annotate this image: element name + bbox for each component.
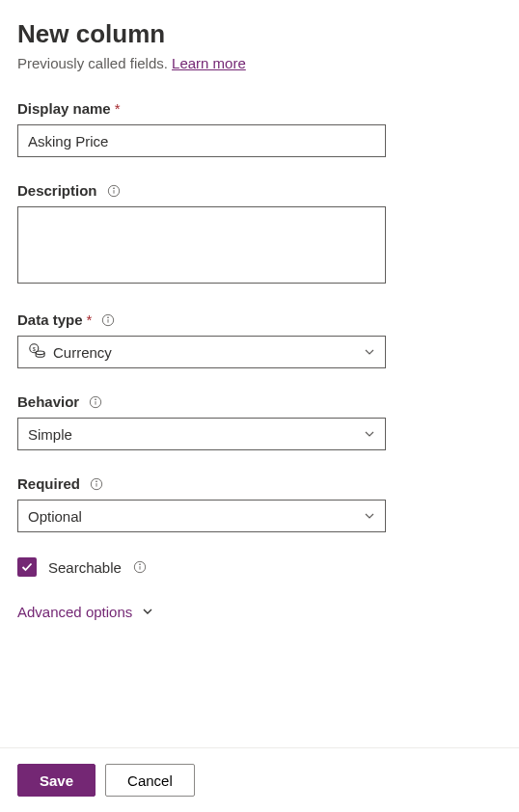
chevron-down-icon <box>142 604 153 620</box>
display-name-label: Display name <box>17 100 111 117</box>
panel-title: New column <box>17 19 502 49</box>
chevron-down-icon <box>364 426 375 443</box>
required-mark: * <box>87 311 93 328</box>
chevron-down-icon <box>364 344 375 361</box>
data-type-label: Data type <box>17 311 83 328</box>
svg-text:$: $ <box>33 345 36 351</box>
required-value: Optional <box>28 508 82 525</box>
save-button[interactable]: Save <box>17 764 96 797</box>
advanced-options-toggle[interactable]: Advanced options <box>17 604 153 620</box>
info-icon[interactable] <box>90 477 103 491</box>
required-select[interactable]: Optional <box>17 500 386 532</box>
data-type-select[interactable]: $ Currency <box>17 336 386 368</box>
footer: Save Cancel <box>0 747 519 812</box>
behavior-label: Behavior <box>17 393 79 410</box>
info-icon[interactable] <box>89 395 102 409</box>
required-mark: * <box>115 100 121 117</box>
behavior-select[interactable]: Simple <box>17 418 386 450</box>
info-icon[interactable] <box>107 184 121 198</box>
svg-point-8 <box>36 351 44 355</box>
description-label: Description <box>17 182 97 199</box>
info-icon[interactable] <box>133 560 147 574</box>
searchable-checkbox[interactable] <box>17 557 37 577</box>
required-label: Required <box>17 475 80 492</box>
currency-icon: $ <box>28 342 45 363</box>
learn-more-link[interactable]: Learn more <box>172 55 246 71</box>
description-input[interactable] <box>17 206 386 284</box>
display-name-input[interactable] <box>17 124 386 157</box>
svg-point-5 <box>108 316 109 317</box>
cancel-button[interactable]: Cancel <box>105 764 195 797</box>
panel-subtitle: Previously called fields. Learn more <box>17 55 502 71</box>
info-icon[interactable] <box>101 313 115 327</box>
advanced-options-label: Advanced options <box>17 604 132 620</box>
data-type-value: Currency <box>53 344 112 361</box>
behavior-value: Simple <box>28 426 72 443</box>
chevron-down-icon <box>364 508 375 525</box>
svg-point-17 <box>139 564 140 565</box>
svg-point-14 <box>96 480 97 481</box>
searchable-label: Searchable <box>48 559 122 576</box>
subtitle-text: Previously called fields. <box>17 55 172 71</box>
svg-point-11 <box>96 398 96 399</box>
svg-point-2 <box>113 187 114 188</box>
